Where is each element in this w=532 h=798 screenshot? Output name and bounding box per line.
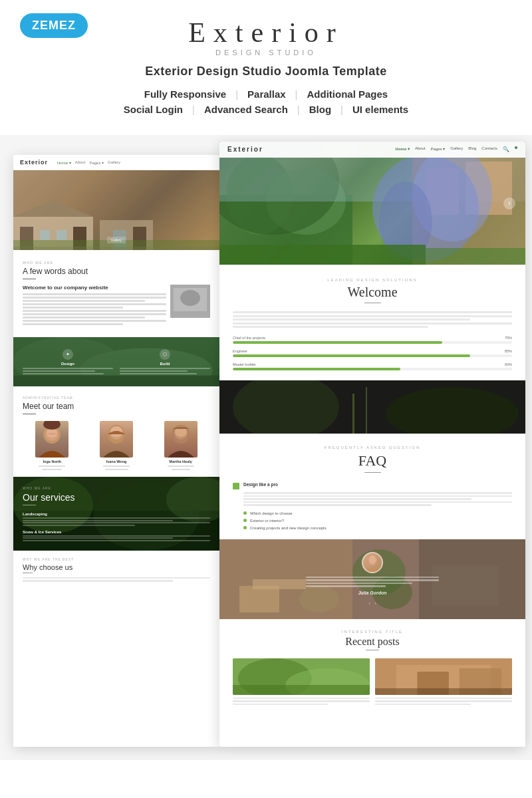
service-line: [23, 537, 173, 539]
feature-fully-responsive: Fully Responsive: [144, 88, 226, 100]
why-underline: [23, 573, 33, 573]
svg-rect-49: [366, 387, 367, 434]
post-image-2: [375, 658, 512, 695]
green-card-design: ✦ Design: [23, 349, 113, 374]
card-line: [23, 370, 95, 372]
progress-engineer-fill: [233, 354, 470, 357]
feature-additional-pages: Additional Pages: [307, 88, 388, 100]
team-role-line: [172, 469, 190, 470]
svg-point-61: [369, 555, 376, 563]
team-label: Administrative team: [23, 396, 210, 400]
right-page-mockup: Exterior Home ▾ About Pages ▾ Gallery Bl…: [219, 142, 525, 747]
svg-rect-48: [352, 394, 354, 434]
text-line: [23, 317, 145, 319]
posts-label: Interesting title: [233, 630, 512, 634]
right-nav-gallery: Gallery: [450, 146, 463, 152]
carousel-next-icon[interactable]: ›: [374, 600, 376, 606]
testimonial-avatar-icon: [363, 552, 382, 573]
faq-title: FAQ: [233, 452, 512, 469]
hero-landscape-icon: [219, 142, 525, 265]
service-line: [23, 522, 210, 523]
left-about-image: [170, 285, 210, 318]
faq-bullet-1: Which design to choose: [243, 511, 512, 515]
text-line: [23, 577, 210, 579]
faq-bullet-2: Exterior or interior?: [243, 519, 512, 523]
left-nav: Exterior Home ▾ About Pages ▾ Gallery: [13, 155, 219, 170]
text-line: [23, 300, 145, 302]
hero-next-arrow[interactable]: ›: [503, 198, 515, 209]
test-line: [306, 579, 439, 581]
left-services-section: Who we are Our services Landscaping: [13, 477, 219, 551]
testimonial-name: Julia Gordon: [358, 591, 386, 595]
testimonial-content: Julia Gordon ‹ ›: [293, 545, 452, 613]
welcome-underline: [364, 303, 381, 303]
avatar-ivana-icon: [100, 421, 133, 458]
team-role-line: [42, 469, 62, 470]
avatar-inga: [35, 421, 68, 458]
service-line: [23, 520, 173, 521]
left-nav-home: Home ▾: [57, 160, 71, 165]
team-name-ivana: Ivana Wong: [106, 460, 127, 464]
right-nav-about: About: [415, 146, 426, 152]
post-text-line: [233, 704, 329, 706]
card-line: [120, 373, 197, 374]
test-line: [306, 585, 386, 587]
green-card-lines: [120, 368, 210, 374]
post-card-2: [375, 658, 512, 706]
services-title: Our services: [23, 492, 210, 503]
service-name-2: Snow & Ice Services: [23, 530, 210, 534]
why-choose-section: Why we are the best Why choose us: [13, 551, 219, 589]
header: ZEMEZ Exterior DESIGN STUDIO Exterior De…: [0, 0, 532, 135]
svg-rect-4: [57, 230, 66, 240]
left-nav-gallery: Gallery: [108, 160, 120, 164]
svg-rect-53: [239, 586, 279, 612]
team-members: Inga North Ivana Wong: [23, 421, 210, 470]
team-member-ivana: Ivana Wong: [87, 421, 146, 470]
gallery-label: Gallery: [107, 237, 126, 243]
right-dark-section: [219, 380, 525, 434]
progress-bars: Chief of the projects 75% Engineer 85%: [233, 336, 512, 370]
services-label: Who we are: [23, 486, 210, 490]
post-text-line: [375, 700, 512, 702]
faq-label: Frequently asked question: [233, 446, 512, 450]
green-card-build: ⬡ Build: [120, 349, 210, 374]
left-about-section: Who we are A few words about Welcome to …: [13, 250, 219, 337]
features-row-2: Social Login | Advanced Search | Blog | …: [124, 104, 408, 115]
text-line: [233, 319, 470, 321]
separator-3: |: [192, 104, 195, 115]
green-card-title-build: Build: [160, 362, 170, 366]
zemez-logo[interactable]: ZEMEZ: [20, 13, 88, 38]
right-welcome-section: Leading design solutions Welcome Chief o…: [219, 265, 525, 380]
progress-master-label: Master builder 60%: [233, 362, 512, 366]
post-text-line: [375, 704, 471, 706]
text-line: [233, 323, 512, 325]
welcome-text: [233, 311, 512, 328]
feature-parallax: Parallax: [247, 88, 286, 100]
text-line: [233, 311, 512, 313]
team-role-line: [168, 466, 194, 467]
build-icon: ⬡: [160, 349, 170, 360]
right-nav-blog: Blog: [468, 146, 476, 152]
why-text: [23, 577, 210, 582]
service-line: [23, 517, 210, 519]
team-title: Meet our team: [23, 402, 210, 411]
faq-question-1: Design like a pro: [233, 482, 512, 489]
text-line: [23, 313, 166, 315]
testimonial-avatar: [362, 552, 383, 573]
card-line: [120, 368, 210, 369]
carousel-prev-icon[interactable]: ‹: [368, 600, 370, 606]
svg-rect-45: [426, 248, 525, 265]
progress-chief-label: Chief of the projects 75%: [233, 336, 512, 340]
progress-engineer-name: Engineer: [233, 349, 247, 353]
post-image-1: [233, 658, 370, 695]
why-title: Why choose us: [23, 563, 210, 571]
product-title: Exterior Design Studio Joomla Template: [145, 65, 387, 78]
feature-blog: Blog: [309, 104, 331, 115]
right-nav-search-icon[interactable]: 🔍: [503, 146, 509, 152]
services-underline: [23, 505, 36, 505]
svg-rect-3: [40, 230, 50, 240]
services-content: Who we are Our services Landscaping: [23, 486, 210, 541]
post-text-line: [375, 698, 512, 700]
welcome-label: Leading design solutions: [233, 278, 512, 282]
right-logo: Exterior: [227, 146, 263, 153]
